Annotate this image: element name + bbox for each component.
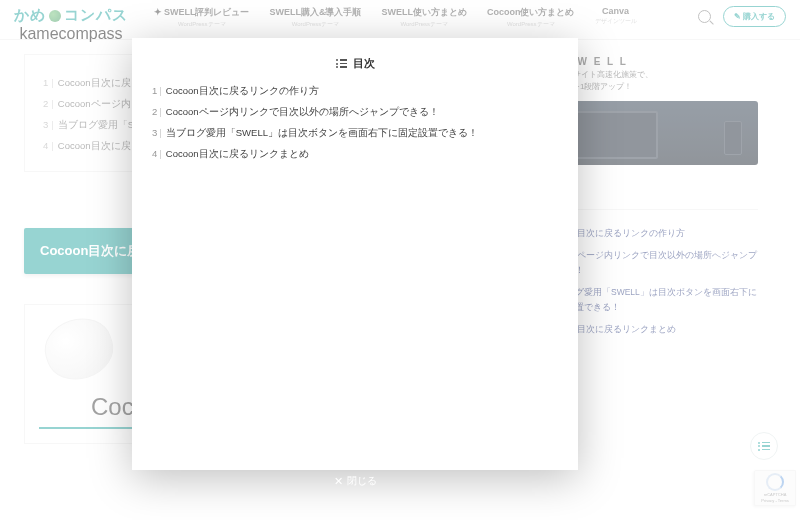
modal-toc-row[interactable]: 4|Cocoon目次に戻るリンクまとめ	[152, 144, 558, 165]
modal-toc-row[interactable]: 3|当ブログ愛用「SWELL」は目次ボタンを画面右下に固定設置できる！	[152, 123, 558, 144]
modal-toc-row[interactable]: 1|Cocoon目次に戻るリンクの作り方	[152, 81, 558, 102]
modal-title-text: 目次	[353, 56, 375, 71]
modal-toc-text: Cocoon目次に戻るリンクまとめ	[166, 148, 309, 159]
modal-toc-row[interactable]: 2|Cocoonページ内リンクで目次以外の場所へジャンプできる！	[152, 102, 558, 123]
modal-title: 目次	[152, 56, 558, 71]
close-icon: ✕	[334, 475, 343, 488]
modal-toc-text: 当ブログ愛用「SWELL」は目次ボタンを画面右下に固定設置できる！	[166, 127, 478, 138]
modal-close-button[interactable]: ✕ 閉じる	[132, 474, 578, 488]
toc-modal: 目次 1|Cocoon目次に戻るリンクの作り方 2|Cocoonページ内リンクで…	[132, 38, 578, 470]
modal-toc-text: Cocoonページ内リンクで目次以外の場所へジャンプできる！	[166, 106, 439, 117]
modal-toc-list: 1|Cocoon目次に戻るリンクの作り方 2|Cocoonページ内リンクで目次以…	[152, 81, 558, 165]
close-label: 閉じる	[347, 474, 377, 488]
list-icon	[336, 59, 347, 68]
modal-toc-text: Cocoon目次に戻るリンクの作り方	[166, 85, 319, 96]
